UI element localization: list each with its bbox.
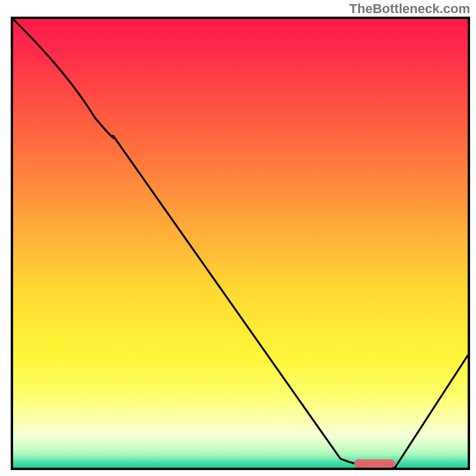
attribution-label: TheBottleneck.com [349,1,470,17]
optimal-range-marker [354,459,395,468]
plot-area [11,17,470,470]
bottleneck-curve [13,19,468,468]
chart-container: TheBottleneck.com [0,0,476,476]
